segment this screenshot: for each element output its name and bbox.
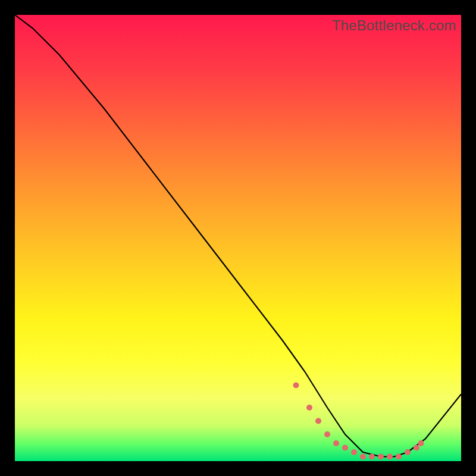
marker-dot [405, 449, 411, 455]
marker-dot [396, 454, 402, 460]
marker-dot [360, 454, 366, 460]
marker-dot [315, 418, 321, 424]
marker-dot [387, 454, 393, 460]
marker-dot [324, 431, 330, 437]
chart-svg [15, 15, 461, 461]
marker-dot [414, 445, 419, 451]
marker-dot [378, 454, 384, 460]
marker-dot [418, 440, 424, 446]
marker-dot [333, 440, 339, 446]
marker-dot [293, 383, 299, 389]
marker-dot [306, 405, 312, 411]
marker-dot [351, 449, 357, 455]
marker-dot [342, 445, 348, 451]
plot-area: TheBottleneck.com [15, 15, 461, 461]
marker-dot [369, 454, 375, 460]
curve-line [15, 15, 461, 457]
chart-frame: TheBottleneck.com [0, 0, 476, 476]
